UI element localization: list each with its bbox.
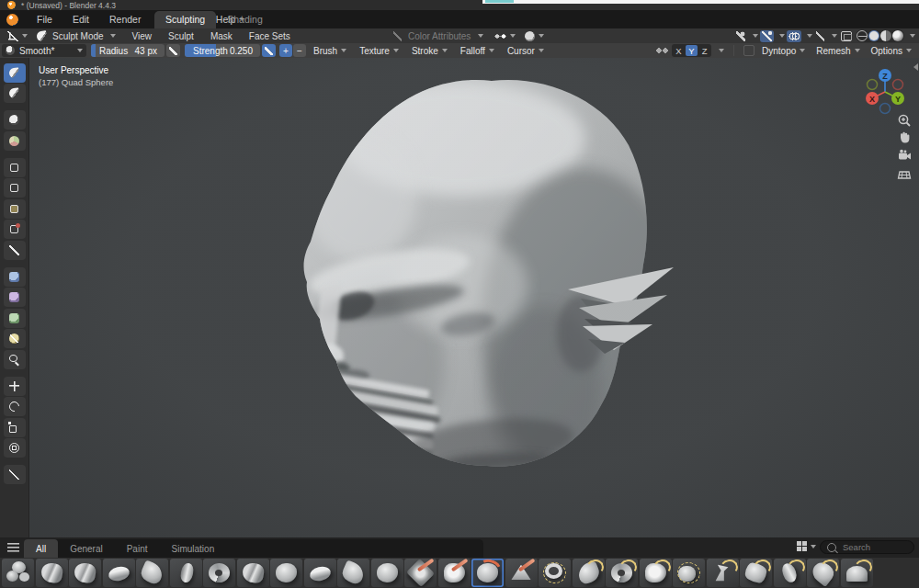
menu-item[interactable]: File xyxy=(27,11,62,28)
brush-asset-17[interactable] xyxy=(539,559,571,587)
brush-asset-18[interactable] xyxy=(573,559,605,587)
brush-asset-16[interactable] xyxy=(505,559,538,587)
falloff-disabled-icon[interactable] xyxy=(743,45,754,56)
shelf-search[interactable] xyxy=(820,540,914,554)
mirror-axis-button[interactable]: X xyxy=(673,45,685,56)
brush-asset-14[interactable] xyxy=(438,559,471,587)
popover-button[interactable]: Cursor xyxy=(504,44,548,58)
brush-asset-08[interactable] xyxy=(237,559,269,587)
shelf-tab[interactable]: Paint xyxy=(115,539,160,558)
shading-rendered-button[interactable] xyxy=(892,30,903,41)
menu-item[interactable]: Render xyxy=(99,11,151,28)
brush-asset-23[interactable] xyxy=(740,559,772,587)
popover-button[interactable]: Stroke xyxy=(408,44,451,58)
snapping-toggle[interactable] xyxy=(734,30,747,42)
show-overlays-toggle[interactable] xyxy=(787,30,801,42)
options-popover[interactable]: Options xyxy=(868,44,915,58)
tool-line-project[interactable] xyxy=(4,241,26,260)
brush-asset-25[interactable] xyxy=(807,559,839,587)
brush-asset-10[interactable] xyxy=(304,559,336,587)
tool-rotate[interactable] xyxy=(4,397,26,416)
chevron-down-icon[interactable] xyxy=(510,34,516,38)
symmetry-butterfly-icon[interactable] xyxy=(656,46,668,56)
remove-brush-button[interactable]: − xyxy=(293,44,306,57)
chevron-down-icon[interactable] xyxy=(539,34,544,38)
brush-asset-03[interactable] xyxy=(69,559,101,587)
chevron-down-icon[interactable] xyxy=(832,34,837,38)
tool-annotate[interactable] xyxy=(4,465,26,484)
chevron-down-icon[interactable] xyxy=(807,34,812,38)
brush-asset-02[interactable] xyxy=(36,559,68,587)
tool-move[interactable] xyxy=(4,377,26,396)
tool-transform[interactable] xyxy=(4,438,26,458)
brush-asset-05[interactable] xyxy=(136,559,168,587)
add-workspace-button[interactable]: + xyxy=(232,10,252,28)
camera-view-button[interactable] xyxy=(897,148,912,163)
tool-paint[interactable] xyxy=(4,131,26,151)
tool-cloth-filter[interactable] xyxy=(4,288,26,307)
mode-selector[interactable]: Sculpt Mode xyxy=(34,30,119,42)
chevron-down-icon[interactable] xyxy=(753,34,758,38)
viewport-menu-item[interactable]: Sculpt xyxy=(160,29,202,43)
shelf-tab[interactable]: All xyxy=(24,539,58,558)
tool-mask[interactable] xyxy=(4,110,26,130)
pan-hand-button[interactable] xyxy=(897,130,912,144)
brush-asset-12[interactable] xyxy=(371,559,403,587)
symmetry-popover-icon[interactable] xyxy=(494,32,506,40)
blender-menu-icon[interactable] xyxy=(6,14,18,26)
show-gizmos-toggle[interactable] xyxy=(760,30,774,42)
texture-popover-icon[interactable] xyxy=(525,31,535,41)
brush-asset-24[interactable] xyxy=(774,559,806,587)
shading-solid-button[interactable] xyxy=(868,30,879,41)
tool-box-hide[interactable] xyxy=(4,178,26,198)
eyedropper-button[interactable] xyxy=(814,30,826,42)
brush-asset-01[interactable] xyxy=(2,559,34,587)
brush-asset-07[interactable] xyxy=(203,559,235,587)
shelf-tab[interactable]: General xyxy=(58,539,115,558)
popover-button[interactable]: Brush xyxy=(310,44,350,58)
viewport-menu-item[interactable]: Face Sets xyxy=(241,29,299,43)
shelf-tab[interactable]: Simulation xyxy=(160,539,227,558)
brush-asset-20[interactable] xyxy=(640,559,672,587)
chevron-down-icon[interactable] xyxy=(779,34,785,38)
viewport-menu-item[interactable]: View xyxy=(124,29,161,43)
radius-pressure-button[interactable] xyxy=(166,44,180,57)
search-input[interactable] xyxy=(841,541,909,553)
brush-asset-26[interactable] xyxy=(841,559,873,587)
brush-asset-09[interactable] xyxy=(270,559,302,587)
viewport-menu-item[interactable]: Mask xyxy=(202,29,241,43)
perspective-toggle-button[interactable] xyxy=(897,166,912,181)
chevron-down-icon[interactable] xyxy=(910,34,915,38)
popover-button[interactable]: Texture xyxy=(356,44,403,58)
tool-brush[interactable] xyxy=(4,63,26,83)
mirror-axis-button[interactable]: Z xyxy=(698,45,710,56)
brush-asset-19[interactable] xyxy=(606,559,638,587)
shading-material-button[interactable] xyxy=(880,30,891,41)
viewport-3d[interactable]: User Perspective (177) Quad Sphere Z X Y xyxy=(29,58,919,537)
tool-box-face-set[interactable] xyxy=(4,199,26,219)
shelf-menu-icon[interactable] xyxy=(7,543,19,552)
tool-mask-by-color[interactable] xyxy=(4,350,26,369)
zoom-button[interactable] xyxy=(897,113,912,128)
editor-type-selector[interactable] xyxy=(4,30,30,42)
display-mode-button[interactable] xyxy=(797,541,816,551)
brush-asset-21[interactable] xyxy=(673,559,705,587)
tool-box-trim[interactable] xyxy=(4,220,26,239)
tool-brush-alt[interactable] xyxy=(4,84,26,103)
tool-color-filter[interactable] xyxy=(4,309,26,328)
brush-asset-22[interactable] xyxy=(707,559,739,587)
strength-pressure-button[interactable] xyxy=(262,44,276,57)
brush-asset-04[interactable] xyxy=(103,559,135,587)
menu-item[interactable]: Edit xyxy=(62,11,99,28)
brush-asset-11[interactable] xyxy=(337,559,369,587)
navigation-gizmo[interactable]: Z X Y xyxy=(857,64,913,116)
brush-asset-13[interactable] xyxy=(404,559,437,587)
brush-asset-15[interactable] xyxy=(471,559,504,587)
tool-scale[interactable] xyxy=(4,418,26,437)
chevron-down-icon[interactable] xyxy=(719,49,724,52)
radius-slider[interactable]: Radius 43 px xyxy=(91,44,165,57)
toggle-xray-button[interactable] xyxy=(839,30,854,42)
brush-selector[interactable]: Smooth* xyxy=(2,44,86,57)
add-brush-button[interactable]: + xyxy=(279,44,292,57)
popover-button[interactable]: Falloff xyxy=(457,44,498,58)
